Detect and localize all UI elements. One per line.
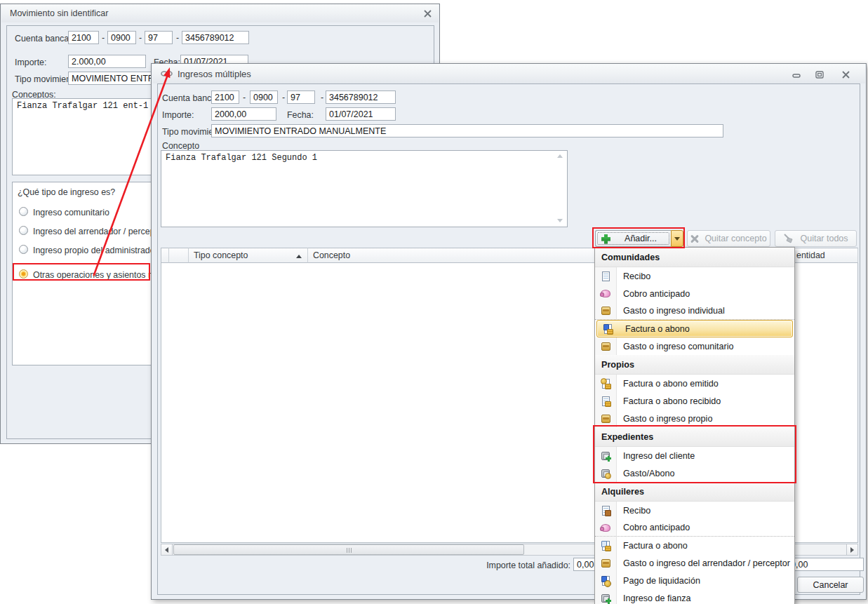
bg-importe-field[interactable]: 2.000,00 — [68, 55, 146, 68]
minimize-icon[interactable] — [789, 69, 804, 80]
triangle-right-icon — [850, 547, 854, 553]
bg-cuenta-part1-field[interactable]: 2100 — [68, 31, 99, 44]
icon-gutter — [597, 321, 619, 337]
broom-icon — [783, 234, 794, 243]
separator: - — [102, 33, 105, 43]
invoice-received-icon — [602, 396, 610, 406]
dialog-title: Ingresos múltiples — [173, 69, 251, 79]
quitar-concepto-button[interactable]: Quitar concepto — [687, 230, 770, 247]
menu-item-label: Gasto o ingreso propio — [617, 414, 712, 424]
bg-window-title: Movimiento sin identificar — [1, 8, 108, 18]
menu-item-cobro-anticipado[interactable]: Cobro anticipado — [595, 285, 794, 302]
menu-item-label: Gasto o ingreso del arrendador / percept… — [617, 558, 790, 568]
icon-gutter — [595, 392, 617, 410]
close-icon[interactable] — [420, 8, 435, 19]
dialog-titlebar[interactable]: Ingresos múltiples — [152, 64, 865, 83]
concepto-textarea[interactable]: Fianza Trafalgar 121 Segundo 1 — [161, 150, 568, 227]
piggy-bank-icon — [601, 290, 610, 297]
quitar-todos-button[interactable]: Quitar todos — [775, 230, 857, 247]
rental-receipt-icon — [602, 506, 610, 516]
menu-item-label: Factura o abono recibido — [617, 396, 721, 406]
fecha-field[interactable]: 01/07/2021 — [326, 107, 396, 121]
annotation-box-expedientes — [593, 425, 796, 483]
radio-label[interactable]: Ingreso comunitario — [33, 208, 109, 217]
cancelar-label: Cancelar — [813, 580, 848, 590]
safe-deposit-add-icon — [601, 594, 610, 603]
invoice-check-icon — [602, 541, 610, 551]
menu-item-pago-liquidacion[interactable]: Pago de liquidación — [595, 572, 794, 589]
bg-cuenta-part3-field[interactable]: 97 — [145, 31, 173, 44]
scroll-left-button[interactable] — [161, 544, 173, 556]
menu-item-gasto-arrendador[interactable]: Gasto o ingreso del arrendador / percept… — [595, 554, 794, 572]
bg-cuenta-part4-field[interactable]: 3456789012 — [182, 31, 249, 44]
scrollbar-thumb[interactable] — [173, 544, 524, 555]
cuenta-part1-field[interactable]: 2100 — [211, 90, 239, 104]
icon-gutter — [595, 502, 617, 519]
radio-ingreso-comunitario[interactable] — [19, 207, 28, 216]
radio-ingreso-arrendador[interactable] — [19, 226, 28, 235]
separator: - — [139, 33, 142, 43]
radio-label[interactable]: Ingreso propio del administrador — [33, 246, 158, 255]
menu-section-comunidades: Comunidades — [595, 248, 794, 267]
icon-gutter — [595, 285, 617, 302]
menu-item-label: Cobro anticipado — [617, 289, 690, 299]
thumb-grip — [347, 548, 353, 553]
menu-item-factura-recibido[interactable]: Factura o abono recibido — [595, 392, 794, 410]
menu-item-factura-abono[interactable]: Factura o abono — [596, 320, 793, 337]
scroll-up-icon[interactable] — [557, 154, 563, 158]
radio-label[interactable]: Ingreso del arrendador / perceptor — [33, 227, 165, 236]
importe-field[interactable]: 2000,00 — [211, 107, 276, 121]
column-title: Concepto — [313, 250, 350, 260]
expense-icon — [601, 559, 610, 568]
cuenta-part3-field[interactable]: 97 — [287, 90, 315, 104]
invoice-icon — [604, 324, 612, 334]
separator: - — [321, 93, 323, 102]
fecha-label: Fecha: — [287, 110, 314, 120]
icon-gutter — [595, 267, 617, 285]
cuenta-part4-field[interactable]: 3456789012 — [326, 90, 396, 104]
expense-icon — [601, 342, 610, 351]
bg-cuenta-part2-field[interactable]: 0900 — [107, 31, 136, 44]
sort-ascending-icon — [296, 255, 302, 258]
icon-gutter — [595, 337, 617, 355]
icon-gutter — [595, 519, 617, 536]
scroll-down-icon[interactable] — [557, 219, 563, 222]
menu-item-recibo-alquiler[interactable]: Recibo — [595, 502, 794, 519]
menu-item-label: Recibo — [617, 271, 650, 281]
menu-item-gasto-individual[interactable]: Gasto o ingreso individual — [595, 302, 794, 320]
menu-item-ingreso-fianza[interactable]: Ingreso de fianza — [595, 589, 794, 604]
icon-gutter — [595, 554, 617, 572]
ingreso-group-title: ¿Qué tipo de ingreso es? — [18, 187, 115, 197]
menu-item-label: Recibo — [617, 506, 650, 516]
menu-section-propios: Propios — [595, 355, 794, 375]
cuenta-part2-field[interactable]: 0900 — [250, 90, 278, 104]
menu-item-factura-emitido[interactable]: Factura o abono emitido — [595, 375, 794, 392]
icon-gutter — [595, 572, 617, 589]
link-chain-icon — [152, 70, 173, 77]
concepto-label: Concepto — [162, 141, 199, 151]
liquidation-payment-icon — [602, 576, 610, 586]
receipt-icon — [602, 271, 610, 281]
tipo-movimiento-field[interactable]: MOVIMIENTO ENTRADO MANUALMENTE — [211, 124, 723, 137]
table-header-icon-col — [169, 248, 189, 263]
menu-item-label: Pago de liquidación — [617, 576, 700, 586]
table-header-tipo-concepto[interactable]: Tipo concepto — [189, 248, 308, 263]
maximize-icon[interactable] — [812, 69, 827, 80]
menu-item-recibo[interactable]: Recibo — [595, 267, 794, 285]
menu-item-gasto-comunitario[interactable]: Gasto o ingreso comunitario — [595, 337, 794, 355]
icon-gutter — [595, 589, 617, 604]
importe-total-label: Importe total añadido: — [453, 561, 570, 570]
triangle-left-icon — [165, 547, 168, 553]
menu-item-label: Factura o abono — [617, 541, 688, 551]
cancelar-button[interactable]: Cancelar — [797, 577, 864, 593]
scroll-right-button[interactable] — [846, 544, 858, 556]
bg-window-titlebar[interactable]: Movimiento sin identificar — [1, 4, 439, 22]
menu-item-cobro-anticipado-alquiler[interactable]: Cobro anticipado — [595, 519, 794, 537]
menu-item-factura-abono-alquiler[interactable]: Factura o abono — [595, 537, 794, 554]
radio-ingreso-propio[interactable] — [19, 245, 28, 254]
annotation-box-anadir — [592, 227, 685, 248]
table-header-indicator-col — [161, 248, 169, 263]
close-icon[interactable] — [838, 69, 853, 80]
menu-item-label: Gasto o ingreso comunitario — [617, 342, 734, 351]
menu-item-label: Factura o abono emitido — [617, 379, 719, 389]
